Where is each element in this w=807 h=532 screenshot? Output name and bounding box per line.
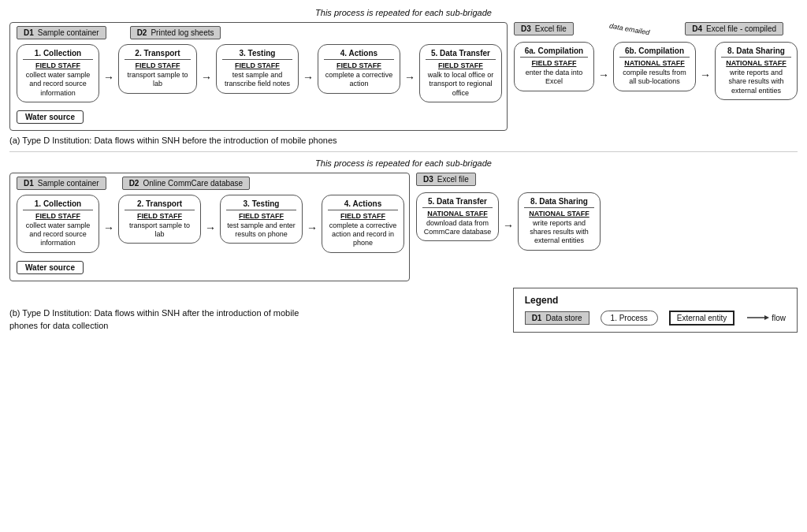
p6b-title-a: 6b. Compilation [619,47,690,58]
p6a-desc-a: enter the data into Excel [520,69,588,87]
p1-desc-b: collect water sample and record source i… [23,221,93,248]
diagram-b-section: This process is repeated for each sub-br… [9,158,798,333]
arrow-3-4-b: → [307,214,318,234]
p2-role-b: FIELD STAFF [125,212,195,220]
datastore-d3-b: D3 Excel file [416,173,476,186]
ds-d2-label-b: Online CommCare database [143,179,243,188]
process-5-a: 5. Data Transfer FIELD STAFF walk to loc… [419,44,502,102]
datastore-d4-a: D4 Excel file - compiled [685,22,783,35]
ds-d4-id-a: D4 [692,24,702,33]
ds-d3-label-b: Excel file [437,175,469,184]
datastore-d2-b: D2 Online CommCare database [122,177,251,190]
water-source-label-b: Water source [17,261,84,274]
process-8-a: 8. Data Sharing NATIONAL STAFF write rep… [715,42,798,100]
process-6a-a: 6a. Compilation FIELD STAFF enter the da… [514,42,594,91]
process-4-a: 4. Actions FIELD STAFF complete a correc… [318,44,400,94]
process-4-b: 4. Actions FIELD STAFF complete a correc… [322,195,404,253]
process-1-b: 1. Collection FIELD STAFF collect water … [17,195,99,253]
p1-role-b: FIELD STAFF [23,212,93,220]
legend-process-label: 1. Process [611,314,648,322]
p3-desc-b: test sample and enter results on phone [226,221,296,240]
p1-title-a: 1. Collection [23,49,93,60]
arrow-4-5-a: → [404,63,415,84]
legend-flow-label: flow [772,314,786,322]
datastore-d3-a: D3 Excel file [514,22,574,35]
p8-title-b: 8. Data Sharing [524,197,594,208]
process-5-b: 5. Data Transfer NATIONAL STAFF download… [416,192,499,242]
section-label-b: (b) Type D Institution: Data flows withi… [9,307,309,333]
p3-title-b: 3. Testing [226,199,296,210]
diag-b-proc-row: 1. Collection FIELD STAFF collect water … [17,195,404,253]
arrow-2-3-a: → [201,63,212,84]
ds-d2-id-a: D2 [137,28,147,37]
p8-role-b: NATIONAL STAFF [524,210,594,218]
arrow-1-2-a: → [103,63,114,84]
p2-role-a: FIELD STAFF [125,61,191,69]
process-3-b: 3. Testing FIELD STAFF test sample and e… [220,195,303,244]
water-source-label-a: Water source [17,110,84,124]
process-6b-a: 6b. Compilation NATIONAL STAFF compile r… [613,42,696,91]
p4-desc-a: complete a corrective action [324,71,394,89]
p3-desc-a: test sample and transcribe field notes [222,71,292,89]
p2-desc-b: transport sample to lab [125,221,195,240]
datastore-d1-a: D1 Sample container [17,26,106,39]
process-3-a: 3. Testing FIELD STAFF test sample and t… [216,44,299,94]
ds-d3-id-a: D3 [521,24,531,33]
p6b-role-a: NATIONAL STAFF [619,59,690,67]
diag-b-bracket: D1 Sample container D2 Online CommCare d… [9,173,410,281]
p2-desc-a: transport sample to lab [125,71,191,89]
legend-external-label: External entity [677,314,727,322]
p4-role-a: FIELD STAFF [324,61,394,69]
main-container: This process is repeated for each sub-br… [0,0,807,345]
process-1-a: 1. Collection FIELD STAFF collect water … [17,44,99,102]
arrow-3-4-a: → [303,63,314,84]
diag-b-flow: D1 Sample container D2 Online CommCare d… [9,173,798,281]
legend-ds-label: Data store [545,314,582,322]
legend-datastore: D1 Data store [525,311,589,325]
diag-b-ds-row: D1 Sample container D2 Online CommCare d… [17,177,404,190]
ds-d1-id-a: D1 [24,28,34,37]
water-source-a: Water source [17,107,502,124]
legend-row: D1 Data store 1. Process External entity [525,311,786,326]
ds-d1-id-b: D1 [24,179,34,188]
p2-title-b: 2. Transport [125,199,195,210]
ds-d1-label-b: Sample container [38,179,99,188]
p5-title-a: 5. Data Transfer [426,49,496,60]
legend-flow-arrow-svg [746,312,769,323]
diag-b-proc-right: 5. Data Transfer NATIONAL STAFF download… [416,192,601,251]
diag-b-ds-right: D3 Excel file [416,173,601,186]
p6a-title-a: 6a. Compilation [520,47,588,58]
p8-title-a: 8. Data Sharing [721,47,791,58]
ds-d2-id-b: D2 [129,179,139,188]
ds-d2-label-a: Printed log sheets [151,28,214,37]
p6a-role-a: FIELD STAFF [520,59,588,67]
diag-a-ds-row: D1 Sample container D2 Printed log sheet… [17,26,502,39]
p2-title-a: 2. Transport [125,49,191,60]
datastore-d1-b: D1 Sample container [17,177,106,190]
legend-title: Legend [525,295,786,306]
p5-desc-a: walk to local office or transport to reg… [426,71,496,98]
ds-d3-label-a: Excel file [535,24,567,33]
p5-role-b: NATIONAL STAFF [422,210,493,218]
p4-title-a: 4. Actions [324,49,394,60]
legend-external: External entity [669,311,734,326]
p1-desc-a: collect water sample and record source i… [23,71,93,98]
p8-role-a: NATIONAL STAFF [721,59,791,67]
repeated-label-a: This process is repeated for each sub-br… [9,8,798,17]
diagram-a-section: This process is repeated for each sub-br… [9,8,798,145]
ds-d3-id-b: D3 [423,175,433,184]
p4-role-b: FIELD STAFF [328,212,398,220]
arrow-6a-6b-a: → [598,61,609,81]
p5-title-b: 5. Data Transfer [422,197,493,208]
arrow-5-8-b: → [503,211,514,232]
arrow-1-2-b: → [103,214,114,234]
p4-desc-b: complete a corrective action and record … [328,221,398,248]
diag-a-bracket: D1 Sample container D2 Printed log sheet… [9,22,508,131]
legend-process: 1. Process [601,311,658,326]
p4-title-b: 4. Actions [328,199,398,210]
process-8-b: 8. Data Sharing NATIONAL STAFF write rep… [518,192,601,251]
data-emailed-label: data emailed [608,21,650,36]
diag-a-flow: D1 Sample container D2 Printed log sheet… [9,22,798,131]
datastore-d2-a: D2 Printed log sheets [130,26,221,39]
diag-b-right: D3 Excel file 5. Data Transfer NATIONAL … [416,173,601,251]
